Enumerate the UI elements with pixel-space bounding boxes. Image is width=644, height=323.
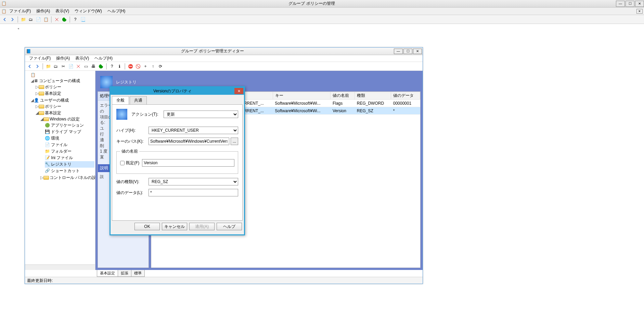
editor-menu-view[interactable]: 表示(V) <box>73 55 92 62</box>
editor-maximize-button[interactable]: ☐ <box>403 49 412 54</box>
tree-item-winsettings[interactable]: ◢Windows の設定 🟢 アプリケーション 💾 ドライブ マップ 🌐 環境 … <box>40 116 94 175</box>
add-button[interactable]: ＋ <box>142 63 149 70</box>
separator-icon <box>17 16 18 23</box>
tree-pane[interactable]: 📋 ◢🖥 コンピューターの構成 ▷ポリシー ▷基本設定 ◢👤 ユーザーの構成 ▷… <box>25 71 95 270</box>
dialog-title: Versionのプロパティ <box>111 88 234 94</box>
menu-help[interactable]: ヘルプ(H) <box>105 8 128 15</box>
tree-item-drivemaps[interactable]: 💾 ドライブ マップ <box>45 129 94 135</box>
col-data[interactable]: 値のデータ <box>391 92 420 100</box>
editor-menu-file[interactable]: ファイル(F) <box>26 55 53 62</box>
back-button[interactable] <box>1 16 8 23</box>
dialog-buttons: OK キャンセル 適用(A) ヘルプ <box>111 221 244 232</box>
print-button[interactable]: 🖶 <box>90 63 97 70</box>
paste-button[interactable]: 📋 <box>42 16 49 23</box>
dialog-close-button[interactable]: ✕ <box>234 88 243 94</box>
cancel-button[interactable]: キャンセル <box>162 223 187 230</box>
delete-button[interactable] <box>75 63 82 70</box>
properties-button[interactable]: 📃 <box>79 16 86 23</box>
separator-icon <box>42 63 43 69</box>
tree-item-env[interactable]: 🌐 環境 <box>45 135 94 142</box>
moveup-button[interactable]: ↑ <box>150 63 156 70</box>
tree-item-pref[interactable]: ▷基本設定 <box>35 90 94 97</box>
showhide-button[interactable]: 🗂 <box>52 63 59 70</box>
deny-button[interactable]: 🚫 <box>134 63 141 70</box>
col-type[interactable]: 種類 <box>355 92 391 100</box>
copy-button[interactable]: 📄 <box>35 16 42 23</box>
editor-close-button[interactable]: ✕ <box>413 49 422 54</box>
tree-computer-config[interactable]: ◢🖥 コンピューターの構成 ▷ポリシー ▷基本設定 <box>30 78 94 97</box>
refresh-button[interactable] <box>98 63 104 70</box>
browse-button[interactable]: ... <box>231 138 238 145</box>
dialog-tab-common[interactable]: 共通 <box>130 96 147 104</box>
maximize-button[interactable]: ☐ <box>626 1 634 7</box>
cut-button[interactable]: ✂ <box>60 63 67 70</box>
keypath-input[interactable] <box>149 138 229 145</box>
col-key[interactable]: キー <box>273 92 331 100</box>
default-checkbox[interactable] <box>120 161 125 165</box>
action-select[interactable]: 更新 <box>164 111 238 118</box>
up-button[interactable]: 📁 <box>45 63 52 70</box>
tree-user-config[interactable]: ◢👤 ユーザーの構成 ▷ポリシー ◢基本設定 ◢Windows の設定 🟢 アプ… <box>30 97 94 182</box>
tree-item-registry[interactable]: 🔧 レジストリ <box>45 161 94 168</box>
tree-item-pref2[interactable]: ◢基本設定 ◢Windows の設定 🟢 アプリケーション 💾 ドライブ マップ… <box>35 110 94 181</box>
separator-icon <box>106 63 107 69</box>
tree-item-folders[interactable]: 📁 フォルダー <box>45 148 94 155</box>
tree-item-inifiles[interactable]: 📝 Ini ファイル <box>45 155 94 161</box>
menu-file[interactable]: ファイル(F) <box>7 8 34 15</box>
info-button[interactable]: ℹ <box>116 63 123 70</box>
editor-minimize-button[interactable]: — <box>394 49 403 54</box>
apply-button[interactable]: 適用(A) <box>189 223 215 230</box>
delete-button[interactable] <box>53 16 60 23</box>
tree-root[interactable]: 📋 <box>30 72 94 78</box>
tree-item-policy2[interactable]: ▷ポリシー <box>35 103 94 110</box>
col-vname[interactable]: 値の名前 <box>331 92 355 100</box>
tree-item-apps[interactable]: 🟢 アプリケーション <box>45 122 94 129</box>
hive-select[interactable]: HKEY_CURRENT_USER <box>149 127 238 134</box>
close-button[interactable]: ✕ <box>635 1 644 7</box>
valuename-input[interactable] <box>142 159 234 167</box>
up-button[interactable]: 📁 <box>20 16 27 23</box>
tab-standard[interactable]: 標準 <box>131 270 145 277</box>
view-tabs: 基本設定 拡張 標準 <box>97 270 144 277</box>
menu-window[interactable]: ウィンドウ(W) <box>72 8 104 15</box>
help-button[interactable]: ? <box>108 63 115 70</box>
forward-button[interactable] <box>34 63 41 70</box>
tree-scrollbar-h[interactable] <box>25 264 95 270</box>
tree-item-policy[interactable]: ▷ポリシー <box>35 84 94 90</box>
valuedata-input[interactable] <box>149 189 238 196</box>
tab-extended[interactable]: 拡張 <box>118 270 131 277</box>
mdi-close-button[interactable]: ✕ <box>636 9 643 14</box>
tree-item-shortcuts[interactable]: 🔗 ショートカット <box>45 168 94 174</box>
tree-item-files[interactable]: 📄 ファイル <box>45 142 94 148</box>
tab-preferences[interactable]: 基本設定 <box>97 270 118 277</box>
forward-button[interactable] <box>9 16 16 23</box>
editor-statusbar: 最終更新日時: <box>25 277 423 284</box>
refresh-button[interactable] <box>61 16 68 23</box>
stop-button[interactable]: ⛔ <box>127 63 134 70</box>
action-label: アクション(T): <box>131 112 161 117</box>
app-menu-icon: 📋 <box>1 9 7 14</box>
valuetype-select[interactable]: REG_SZ <box>149 178 238 185</box>
show-tree-button[interactable]: 🗂 <box>27 16 34 23</box>
editor-title: グループ ポリシー管理エディター <box>32 48 393 54</box>
replace-button[interactable]: ⟳ <box>157 63 164 70</box>
help-button[interactable]: ? <box>72 16 79 23</box>
editor-menu-action[interactable]: 操作(A) <box>53 55 73 62</box>
editor-menu-help[interactable]: ヘルプ(H) <box>92 55 115 62</box>
copy-button[interactable]: 📄 <box>67 63 74 70</box>
ok-button[interactable]: OK <box>134 223 160 230</box>
minimize-button[interactable]: — <box>616 1 625 7</box>
menu-action[interactable]: 操作(A) <box>34 8 53 15</box>
splitter-collapse-icon[interactable]: ◂ <box>0 27 19 30</box>
app-title: グループ ポリシーの管理 <box>8 1 615 7</box>
tree-item-controlpanel[interactable]: ▷コントロール パネルの設定 <box>40 175 94 181</box>
properties-dialog: Versionのプロパティ ✕ 全般 共通 アクション(T): 更新 ハイブ(H… <box>110 86 245 235</box>
back-button[interactable] <box>26 63 33 70</box>
help-button[interactable]: ヘルプ <box>217 223 242 230</box>
app-menubar: 📋 ファイル(F) 操作(A) 表示(V) ウィンドウ(W) ヘルプ(H) ✕ <box>0 8 644 15</box>
dialog-titlebar[interactable]: Versionのプロパティ ✕ <box>111 87 244 95</box>
hive-label: ハイブ(H): <box>116 128 146 133</box>
props-button[interactable]: ▭ <box>82 63 89 70</box>
dialog-tab-general[interactable]: 全般 <box>112 96 129 104</box>
menu-view[interactable]: 表示(V) <box>53 8 72 15</box>
